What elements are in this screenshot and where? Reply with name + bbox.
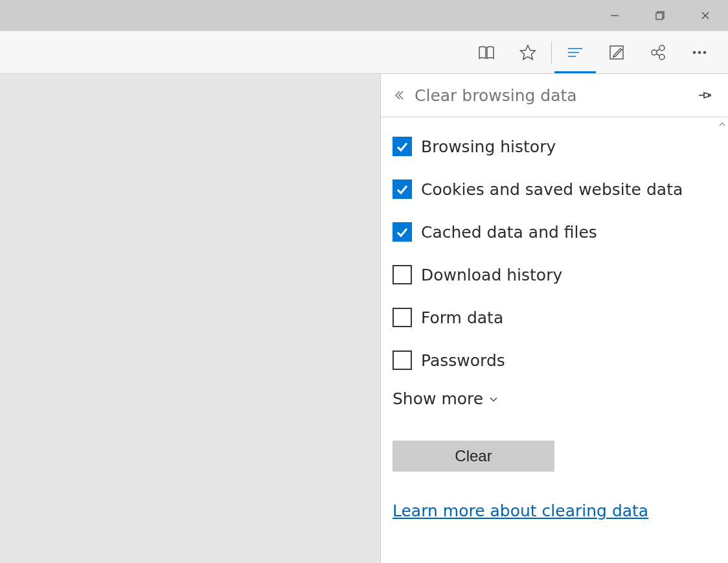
chevron-down-icon — [488, 394, 499, 404]
reading-view-button[interactable] — [466, 32, 507, 73]
toolbar-separator — [551, 41, 552, 64]
clear-button[interactable]: Clear — [392, 441, 554, 472]
panel-title: Clear browsing data — [415, 86, 693, 105]
checkbox-label: Passwords — [421, 351, 505, 370]
checkbox[interactable] — [392, 308, 412, 327]
svg-line-12 — [657, 49, 660, 51]
panel-header: Clear browsing data — [381, 74, 728, 117]
page-content-area — [0, 74, 380, 563]
svg-point-14 — [693, 51, 695, 53]
svg-rect-2 — [656, 13, 663, 19]
checkbox[interactable] — [392, 350, 412, 370]
svg-point-15 — [698, 51, 700, 53]
checkbox[interactable] — [392, 222, 412, 242]
checkbox-row-5[interactable]: Passwords — [392, 350, 716, 370]
panel-body: Browsing historyCookies and saved websit… — [381, 117, 728, 563]
minimize-button[interactable] — [592, 0, 637, 31]
panel-back-button[interactable] — [387, 84, 411, 107]
maximize-button[interactable] — [637, 0, 683, 31]
clear-button-label: Clear — [455, 447, 492, 465]
svg-point-11 — [659, 54, 665, 60]
checkbox-row-3[interactable]: Download history — [392, 265, 716, 284]
checkbox-label: Cached data and files — [421, 223, 597, 242]
checkbox-label: Download history — [421, 266, 562, 284]
checkbox-label: Cookies and saved website data — [421, 180, 683, 199]
checkbox-row-2[interactable]: Cached data and files — [392, 222, 716, 242]
show-more-toggle[interactable]: Show more — [392, 389, 499, 408]
svg-point-10 — [659, 45, 665, 51]
favorites-button[interactable] — [507, 32, 549, 73]
window-titlebar — [0, 0, 728, 31]
learn-more-link[interactable]: Learn more about clearing data — [392, 501, 648, 520]
checkbox-row-4[interactable]: Form data — [392, 308, 716, 327]
svg-point-16 — [703, 51, 705, 53]
scroll-up-icon[interactable] — [718, 119, 726, 126]
checkbox[interactable] — [392, 137, 412, 156]
hub-button[interactable] — [554, 32, 596, 73]
web-notes-button[interactable] — [596, 32, 637, 73]
checkbox[interactable] — [392, 179, 412, 199]
browser-toolbar — [0, 31, 728, 74]
share-button[interactable] — [637, 32, 679, 73]
clear-browsing-data-panel: Clear browsing data Browsing historyCook… — [380, 74, 728, 563]
svg-line-13 — [657, 54, 660, 56]
pin-panel-button[interactable] — [693, 84, 716, 107]
checkbox-label: Form data — [421, 308, 503, 327]
show-more-label: Show more — [392, 389, 483, 408]
more-button[interactable] — [679, 32, 720, 73]
checkbox[interactable] — [392, 265, 412, 284]
svg-point-9 — [652, 50, 657, 55]
checkbox-row-0[interactable]: Browsing history — [392, 137, 716, 156]
close-button[interactable] — [683, 0, 728, 31]
checkbox-row-1[interactable]: Cookies and saved website data — [392, 179, 716, 199]
checkbox-label: Browsing history — [421, 137, 556, 156]
